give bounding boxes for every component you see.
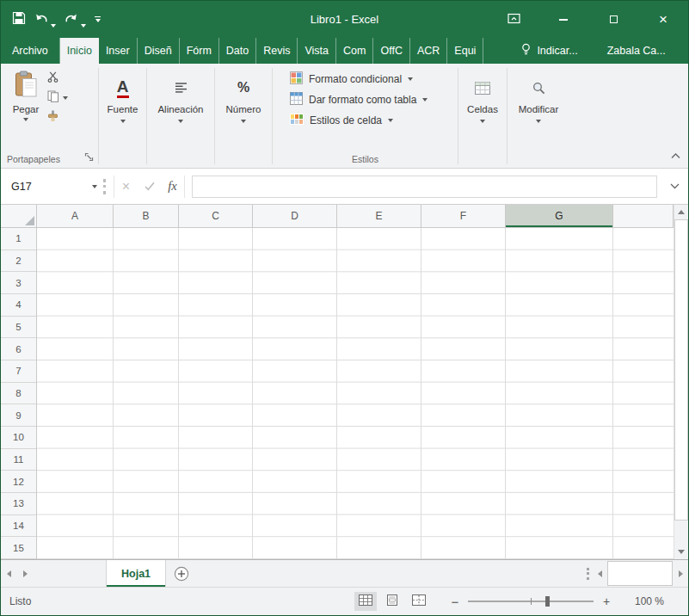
next-sheet-button[interactable] [17,560,34,587]
formula-bar-resize-handle[interactable] [103,179,106,194]
row-header-6[interactable]: 6 [1,338,36,360]
save-button[interactable] [12,11,26,28]
row-header-4[interactable]: 4 [1,294,36,317]
format-as-table-button[interactable]: Dar formato como tabla [273,89,458,110]
row-header-8[interactable]: 8 [1,383,36,405]
normal-view-button[interactable] [354,592,377,611]
conditional-formatting-button[interactable]: Formato condicional [273,69,458,89]
zoom-slider[interactable] [468,601,594,602]
horizontal-scrollbar[interactable] [592,560,688,587]
row-header-7[interactable]: 7 [1,360,36,383]
column-header-partial[interactable] [613,205,674,227]
page-break-view-button[interactable] [408,592,430,611]
collapse-ribbon-button[interactable] [671,147,680,163]
column-header-c[interactable]: C [179,205,253,227]
sheet-tab-hoja1[interactable]: Hoja1 [106,560,166,587]
format-painter-button[interactable] [47,112,68,124]
cut-button[interactable] [47,72,68,84]
name-box[interactable]: G17 [1,169,97,204]
ribbon-tab-dato[interactable]: Dato [219,38,256,64]
ribbon-tab-equi[interactable]: Equi [447,38,483,64]
name-box-dropdown-icon[interactable] [92,185,97,188]
insert-function-button[interactable]: fx [161,179,184,194]
row-header-3[interactable]: 3 [1,272,36,294]
number-group-button[interactable]: % Número [215,64,272,168]
row-header-1[interactable]: 1 [1,228,36,250]
undo-dropdown-icon[interactable] [51,24,56,28]
alignment-group-button[interactable]: Alineación [147,64,214,168]
column-header-a[interactable]: A [37,205,114,227]
scroll-up-button[interactable] [674,205,688,219]
zoom-slider-thumb[interactable] [545,596,550,607]
expand-formula-bar-button[interactable] [666,183,683,189]
cancel-button[interactable]: × [114,180,138,194]
ribbon-tab-revis[interactable]: Revis [256,38,298,64]
font-group-button[interactable]: A Fuente [99,64,146,168]
scrollbar-splitter[interactable] [583,560,592,587]
redo-dropdown-icon[interactable] [81,24,86,28]
row-header-11[interactable]: 11 [1,449,36,471]
select-all-button[interactable] [1,205,37,227]
close-button[interactable]: × [638,1,688,38]
row-header-14[interactable]: 14 [1,515,36,538]
ribbon-tab-com[interactable]: Com [336,38,373,64]
grid-cells[interactable] [37,228,674,559]
ribbon-tab-offc[interactable]: OffC [373,38,409,64]
vertical-scrollbar-track[interactable] [674,521,688,545]
account-name[interactable]: Zabala Ca... [607,38,666,64]
copy-button[interactable] [47,92,68,104]
horizontal-scrollbar-track[interactable] [607,560,673,587]
row-header-9[interactable]: 9 [1,404,36,427]
vertical-scrollbar[interactable] [674,205,688,559]
scroll-left-button[interactable] [592,560,607,587]
minimize-button[interactable] [538,1,588,38]
editing-group-button[interactable]: Modificar [508,64,569,168]
row-header-2[interactable]: 2 [1,250,36,273]
undo-button[interactable] [34,12,56,28]
ribbon-tab-fórm[interactable]: Fórm [180,38,219,64]
cell-styles-button[interactable]: Estilos de celda [273,110,458,131]
formula-input[interactable] [192,176,657,198]
new-sheet-button[interactable] [166,560,197,587]
vertical-scrollbar-thumb[interactable] [674,219,688,521]
percent-icon: % [237,75,249,101]
zoom-percentage[interactable]: 100 % [635,595,664,607]
column-header-e[interactable]: E [337,205,421,227]
column-header-f[interactable]: F [421,205,506,227]
row-header-15[interactable]: 15 [1,537,36,559]
ribbon-tab-vista[interactable]: Vista [298,38,336,64]
column-header-b[interactable]: B [114,205,179,227]
ribbon-tab-inicio[interactable]: Inicio [60,38,99,64]
scroll-down-button[interactable] [674,545,688,559]
paste-dropdown-icon[interactable] [23,118,28,121]
zoom-out-button[interactable]: − [449,594,461,609]
horizontal-scrollbar-thumb[interactable] [607,561,673,586]
minimize-icon [559,19,568,21]
ribbon-tab-acr[interactable]: ACR [410,38,447,64]
paste-button[interactable]: Pegar [6,69,46,121]
tab-archivo[interactable]: Archivo [1,38,60,64]
row-header-5[interactable]: 5 [1,317,36,339]
cells-table-icon [475,75,490,101]
page-layout-view-button[interactable] [381,592,403,611]
enter-button[interactable] [138,179,161,194]
maximize-button[interactable] [588,1,638,38]
ribbon-display-options-button[interactable] [489,1,538,38]
redo-button[interactable] [65,12,86,28]
zoom-in-button[interactable]: + [600,594,612,608]
row-header-10[interactable]: 10 [1,427,36,449]
copy-dropdown-icon[interactable] [63,96,68,100]
ribbon-tab-diseñ[interactable]: Diseñ [138,38,180,64]
customize-quick-access-button[interactable] [95,16,101,23]
column-header-d[interactable]: D [253,205,337,227]
clipboard-dialog-launcher[interactable] [84,150,94,165]
cells-group-button[interactable]: Celdas [458,64,507,168]
row-header-13[interactable]: 13 [1,493,36,515]
scroll-right-button[interactable] [673,560,688,587]
ribbon-tab-bar: Archivo InicioInserDiseñFórmDatoRevisVis… [1,38,688,64]
row-header-12[interactable]: 12 [1,471,36,493]
ribbon-tab-inser[interactable]: Inser [99,38,138,64]
previous-sheet-button[interactable] [1,560,17,587]
column-header-g[interactable]: G [506,205,613,227]
tell-me-button[interactable]: Indicar... [521,38,577,64]
